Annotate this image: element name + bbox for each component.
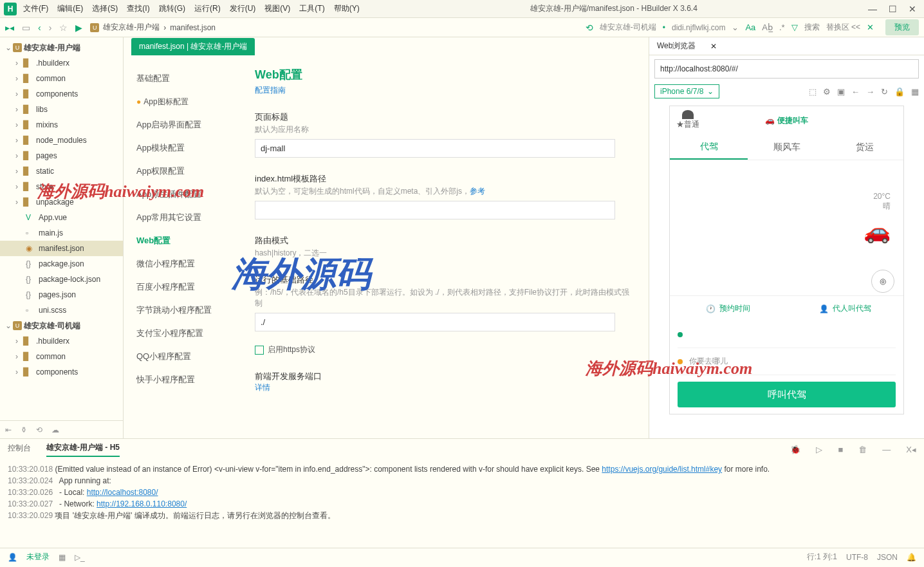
- nav-alipay[interactable]: 支付宝小程序配置: [136, 322, 239, 345]
- config-guide-link[interactable]: 配置指南: [255, 86, 286, 95]
- user-icon[interactable]: 👤: [8, 553, 17, 562]
- settings-icon[interactable]: ⚙: [823, 87, 831, 97]
- nav-qq[interactable]: QQ小程序配置: [136, 345, 239, 368]
- case-icon[interactable]: Ab̲: [762, 23, 773, 32]
- language-mode[interactable]: JSON: [877, 553, 898, 562]
- tree-file[interactable]: {}package.json: [0, 256, 123, 272]
- play-icon[interactable]: ▷: [816, 445, 822, 454]
- tree-folder[interactable]: ›▉common: [0, 349, 123, 364]
- tab-huoyun[interactable]: 货运: [826, 135, 903, 160]
- tree-file[interactable]: ▫main.js: [0, 225, 123, 241]
- tab-shunfeng[interactable]: 顺风车: [748, 135, 826, 160]
- nav-app-other[interactable]: App常用其它设置: [136, 206, 239, 229]
- tree-file[interactable]: ▫uni.scss: [0, 302, 123, 318]
- run-target[interactable]: 雄安京雄-司机端: [600, 22, 656, 33]
- tree-folder[interactable]: ›▉.hbuilderx: [0, 333, 123, 349]
- qr-icon[interactable]: ▦: [911, 87, 919, 97]
- search-label[interactable]: 搜索: [804, 22, 820, 33]
- lock-icon[interactable]: 🔒: [894, 87, 905, 97]
- origin-row[interactable]: [678, 321, 896, 348]
- nav-kuaishou[interactable]: 快手小程序配置: [136, 368, 239, 391]
- maximize-icon[interactable]: ☐: [889, 4, 897, 14]
- new-file-icon[interactable]: ▸◂: [5, 23, 14, 33]
- nav-basic[interactable]: 基础配置: [136, 67, 239, 90]
- nav-web[interactable]: Web配置: [136, 229, 239, 252]
- notification-icon[interactable]: 🔔: [907, 553, 916, 562]
- minimize-icon[interactable]: —: [868, 4, 877, 14]
- nav-baidu[interactable]: 百度小程序配置: [136, 275, 239, 299]
- menu-help[interactable]: 帮助(Y): [334, 3, 360, 14]
- url-input[interactable]: [654, 59, 919, 79]
- inspect-icon[interactable]: ⬚: [809, 87, 817, 97]
- chevron-down-icon[interactable]: ⌄: [732, 23, 739, 32]
- nav-app-icon[interactable]: ●App图标配置: [136, 90, 239, 113]
- tree-file[interactable]: {}pages.json: [0, 287, 123, 302]
- forward-icon[interactable]: ›: [49, 23, 52, 33]
- breadcrumb-file[interactable]: manifest.json: [170, 23, 216, 32]
- menu-file[interactable]: 文件(F): [23, 3, 48, 14]
- tree-folder[interactable]: ›▉components: [0, 86, 123, 102]
- menu-publish[interactable]: 发行(U): [230, 3, 256, 14]
- filter-icon[interactable]: ▽: [791, 23, 798, 32]
- detail-link[interactable]: 详情: [255, 383, 270, 392]
- refresh-icon[interactable]: ↻: [881, 87, 888, 97]
- tree-folder[interactable]: ›▉components: [0, 364, 123, 380]
- tree-file-selected[interactable]: ◉manifest.json: [0, 241, 123, 256]
- nav-wechat[interactable]: 微信小程序配置: [136, 252, 239, 275]
- user-badge[interactable]: ★普通: [676, 110, 699, 130]
- tree-folder[interactable]: ›▉unpackage: [0, 194, 123, 210]
- star-icon[interactable]: ☆: [59, 23, 68, 33]
- schedule-button[interactable]: 🕐预约时间: [670, 296, 787, 321]
- call-driver-button[interactable]: 呼叫代驾: [678, 382, 896, 407]
- tree-folder[interactable]: ›▉store: [0, 179, 123, 194]
- tab-daijia[interactable]: 代驾: [670, 135, 748, 160]
- menu-select[interactable]: 选择(S): [92, 3, 118, 14]
- close-tab-icon[interactable]: ✕: [710, 42, 717, 51]
- tree-folder[interactable]: ›▉static: [0, 163, 123, 179]
- checkbox-icon[interactable]: [255, 346, 264, 355]
- basepath-input[interactable]: [255, 313, 615, 331]
- save-icon[interactable]: ▭: [22, 23, 30, 33]
- minimize-console-icon[interactable]: —: [882, 445, 891, 454]
- preview-button[interactable]: 预览: [885, 19, 919, 35]
- vue-docs-link[interactable]: https://vuejs.org/guide/list.html#key: [602, 465, 722, 474]
- tree-folder[interactable]: ›▉.hbuilderx: [0, 55, 123, 71]
- nav-bytedance[interactable]: 字节跳动小程序配置: [136, 299, 239, 322]
- bug-icon[interactable]: 🐞: [790, 445, 800, 454]
- tree-folder[interactable]: ›▉node_modules: [0, 133, 123, 148]
- tree-folder[interactable]: ›▉pages: [0, 148, 123, 163]
- grid-icon[interactable]: ▦: [59, 553, 66, 562]
- breadcrumb-project[interactable]: 雄安京雄-用户端: [103, 22, 160, 33]
- menu-view[interactable]: 视图(V): [264, 3, 290, 14]
- replace-label[interactable]: 替换区 <<: [826, 22, 860, 33]
- network-url-link[interactable]: http://192.168.0.110:8080/: [97, 499, 187, 508]
- tree-folder[interactable]: ›▉mixins: [0, 117, 123, 133]
- back-icon[interactable]: ←: [851, 87, 860, 97]
- filter-tree-icon[interactable]: ⚱: [21, 425, 27, 434]
- tree-root-1[interactable]: ⌄U 雄安京雄-用户端: [0, 40, 123, 55]
- editor-tab[interactable]: manifest.json | 雄安京雄-用户端: [131, 38, 255, 55]
- back-icon[interactable]: ‹: [38, 23, 41, 33]
- menu-edit[interactable]: 编辑(E): [57, 3, 83, 14]
- run-url[interactable]: didi.njflwlkj.com: [672, 23, 725, 32]
- nav-app-perm[interactable]: App权限配置: [136, 160, 239, 183]
- nav-app-native[interactable]: App原生插件配置: [136, 183, 239, 206]
- menu-goto[interactable]: 跳转(G): [159, 3, 185, 14]
- collapse-icon[interactable]: ⇤: [5, 425, 12, 434]
- console-tab-active[interactable]: 雄安京雄-用户端 - H5: [46, 442, 120, 457]
- menu-tools[interactable]: 工具(T): [299, 3, 324, 14]
- tree-file[interactable]: VApp.vue: [0, 210, 123, 225]
- clear-icon[interactable]: ✕: [867, 23, 874, 32]
- local-url-link[interactable]: http://localhost:8080/: [87, 488, 158, 497]
- menu-find[interactable]: 查找(I): [127, 3, 149, 14]
- destination-row[interactable]: 你要去哪儿: [678, 348, 896, 375]
- https-checkbox-row[interactable]: 启用https协议: [255, 344, 636, 355]
- template-input[interactable]: [255, 201, 615, 219]
- close-icon[interactable]: ✕: [909, 4, 916, 14]
- tree-file[interactable]: {}package-lock.json: [0, 272, 123, 287]
- run-target-icon[interactable]: ⟲: [586, 23, 593, 33]
- nav-app-module[interactable]: App模块配置: [136, 136, 239, 160]
- font-icon[interactable]: Aa: [745, 23, 755, 32]
- locate-button[interactable]: ◎: [871, 270, 894, 293]
- device-select[interactable]: iPhone 6/7/8⌄: [654, 84, 719, 98]
